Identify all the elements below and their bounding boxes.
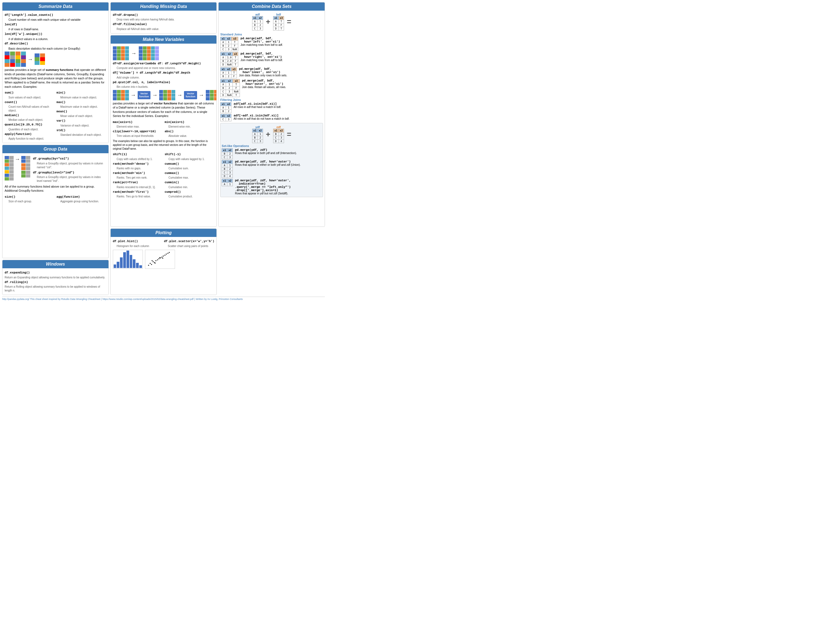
newvars-funcs: max(axis=1) Element-wise max. clip(lower…	[113, 119, 214, 139]
group-arrow: →	[15, 156, 20, 162]
ydf-container: ydf x1x2 A1 B2 C3	[252, 126, 263, 143]
inner-join-desc: pd.merge(adf, bdf, how='inner', on='x1')…	[239, 68, 323, 77]
setlike-union-code: pd.merge(ydf, zdf, how='outer')	[235, 160, 291, 163]
filter-join2-code: adf[~adf.x1.isin(bdf.x1)]	[233, 114, 278, 117]
newvars-funcs-right: min(axis=1) Element-wise min. abs() Abso…	[165, 119, 214, 139]
plotting-funcs: df.plot.hist() Histogram for each column…	[113, 238, 214, 248]
windows-body: df.expanding() Return an Expanding objec…	[2, 268, 108, 295]
combine-body: adf x1x2 A1 B2 C3 + bdf x1x3 AT BF	[219, 11, 325, 198]
bdf-container: bdf x1x3 AT BF DT	[273, 13, 284, 31]
missing-code-1: df=df.dropna()	[113, 13, 138, 17]
windows-code-1: df.expanding()	[5, 271, 30, 274]
footer-url[interactable]: http://pandas.pydata.org/	[2, 298, 29, 301]
right-join-desc: pd.merge(adf, bdf, how='right', on='x1')…	[240, 52, 323, 62]
group-prose: All of the summary functions listed abov…	[5, 185, 106, 193]
setlike-union-table: x1x2 A1 B2 C3 D4	[222, 160, 233, 178]
adf-table: x1x2 A1 B2 C3	[252, 16, 263, 31]
plus-icon: +	[266, 18, 270, 26]
plotting-func-2: df.plot.scatter(x='w',y='h') Scatter cha…	[164, 238, 214, 248]
newvars-funcs2-left: shift(1) Copy with values shifted by 1. …	[113, 151, 162, 199]
vecfunc-viz: → Vectorfunction →	[113, 90, 214, 100]
zdf-label: zdf	[273, 126, 284, 129]
gf-agg: agg(function)	[56, 195, 80, 198]
outer-join-code: pd.merge(adf, bdf, how='outer', on='x1')	[242, 79, 283, 85]
plotting-section: Plotting df.plot.hist() Histogram for ea…	[110, 229, 217, 295]
equals-icon-2: =	[287, 130, 291, 139]
missing-body: df=df.dropna() Drop rows with any column…	[111, 11, 217, 33]
nv-abs: abs()	[165, 130, 174, 133]
summarize-arrow: →	[27, 56, 33, 63]
setlike-union-desc: pd.merge(ydf, zdf, how='outer') Rows tha…	[235, 160, 322, 166]
scatter-chart	[145, 250, 175, 269]
plus-icon-2: +	[266, 130, 270, 139]
func-min: min()	[56, 91, 66, 94]
newvars-desc-2: Add single column.	[117, 76, 214, 80]
footer-suffix: ) Written by Irv Lustig,	[195, 298, 219, 301]
summarize-title: Summarize Data	[2, 2, 108, 11]
filter-join2-desc: adf[~adf.x1.isin(bdf.x1)] All rows in ad…	[233, 114, 323, 120]
missing-title: Handling Missing Data	[111, 2, 217, 11]
summarize-desc-1: Count number of rows with each unique va…	[8, 18, 106, 22]
left-join-desc: pd.merge(adf, bdf, how='left', on='x1') …	[240, 37, 323, 46]
newvars-desc-3: Bin column into n buckets.	[117, 85, 214, 89]
right-join-code: pd.merge(adf, bdf, how='right', on='x1')	[240, 52, 282, 59]
newvars-viz: →	[113, 46, 214, 60]
group-title: Group Data	[2, 145, 108, 153]
vecfunc-middle	[159, 90, 175, 100]
missing-section: Handling Missing Data df=df.dropna() Dro…	[110, 2, 217, 34]
vecfunc-before	[113, 90, 129, 100]
func-quantile: quantile([0.25,0.75])	[5, 123, 42, 126]
setlike-setdiff-table: x1x2 A1	[222, 179, 233, 186]
missing-desc-1: Drop rows with any column having NA/null…	[117, 18, 214, 21]
summarize-code-4: df.describe()	[5, 42, 28, 45]
zdf-table: x1x2 B2 C3 D4	[273, 129, 284, 143]
nv-rank-pct: rank(pct=True)	[113, 181, 138, 184]
summarize-code-3: len(df['w'].unique())	[5, 32, 42, 36]
newvars-group-note: The examples below can also be applied t…	[113, 139, 214, 151]
left-join-table: x1x2x3 A1T B2F C3NaN	[220, 37, 238, 51]
summarize-viz-left	[5, 52, 26, 67]
right-join-table: x1x2x3 A1.0T B2.0F DNaNT	[220, 52, 238, 66]
footer-text: This cheat sheet inspired by Rstudio Dat…	[30, 298, 102, 301]
summarize-prose: pandas provides a large set of summary f…	[5, 68, 106, 89]
zdf-container: zdf x1x2 B2 C3 D4	[273, 126, 284, 143]
func-sum: sum()	[5, 91, 14, 94]
group-funcs2-right: agg(function) Aggregate group using func…	[56, 194, 106, 204]
group-body: →	[2, 153, 108, 206]
group-funcs2: size() Size of each group. agg(function)…	[5, 194, 106, 204]
nv-rank-first: rank(method='first')	[113, 190, 149, 193]
combine-title: Combine Data Sets	[219, 2, 325, 11]
func-mean: mean()	[56, 110, 68, 113]
summarize-section: Summarize Data df['Length'].value_counts…	[2, 2, 109, 143]
func-count: count()	[5, 101, 17, 104]
missing-code-2: df=df.fillna(value)	[113, 23, 147, 26]
outer-join-row: x1x2x3 A1T B2F C3NaN DNaNT pd.merge(adf,…	[220, 79, 323, 97]
outer-join-table: x1x2x3 A1T B2F C3NaN DNaNT	[220, 79, 240, 97]
nv-shift-1: shift(-1)	[165, 153, 181, 156]
plotting-body: df.plot.hist() Histogram for each column…	[111, 237, 217, 270]
summarize-desc-2: # of rows in DataFrame.	[8, 27, 106, 31]
vecfunc-arrow3: →	[177, 92, 182, 98]
func-std: std()	[56, 129, 66, 132]
func-median: median()	[5, 114, 19, 117]
nv-rank-dense: rank(method='dense')	[113, 162, 149, 166]
right-join-row: x1x2x3 A1.0T B2.0F DNaNT pd.merge(adf, b…	[220, 52, 323, 66]
filter-join1-table: x1x2 A1 B2	[220, 102, 232, 113]
adf-container: adf x1x2 A1 B2 C3	[252, 13, 263, 31]
summarize-desc-3: # of distinct values in a column.	[8, 37, 106, 41]
bdf-label: bdf	[273, 13, 284, 16]
func-max: max()	[56, 101, 66, 104]
footer-link[interactable]: https://www.rstudio.com/wp-content/uploa…	[103, 298, 193, 301]
setlike-top-viz: ydf x1x2 A1 B2 C3 + zdf x1x2 B2	[222, 126, 322, 143]
summarize-code-1: df['Length'].value_counts()	[5, 13, 53, 17]
plot-hist-code: df.plot.hist()	[113, 240, 138, 243]
newvars-funcs2: shift(1) Copy with values shifted by 1. …	[113, 151, 214, 199]
filter-join1-desc: adf[adf.x1.isin(bdf.x1)] All rows in adf…	[233, 102, 323, 108]
filter-join2-table: x1x2 C3	[220, 114, 232, 121]
func-apply: apply(function)	[5, 132, 32, 136]
setlike-intersect-table: x1x2 B2 C3	[222, 148, 233, 159]
footer-author[interactable]: Princeton Consultants	[219, 298, 243, 301]
setlike-intersect-row: x1x2 B2 C3 pd.merge(ydf, zdf) Rows that …	[222, 148, 322, 159]
nv-clip: clip(lower=-10,upper=10)	[113, 130, 156, 133]
inner-join-code: pd.merge(adf, bdf, how='inner', on='x1')	[239, 68, 280, 74]
